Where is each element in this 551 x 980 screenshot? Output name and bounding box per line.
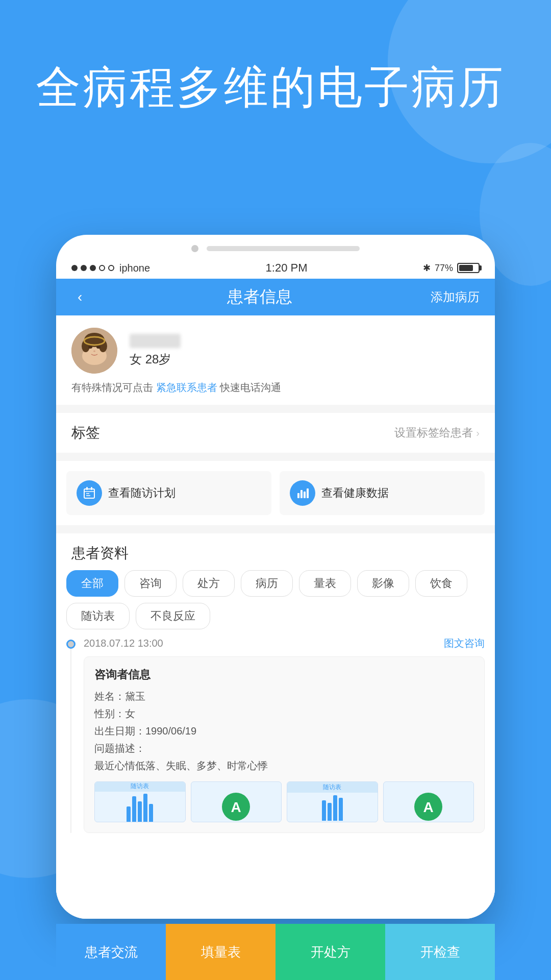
patient-chat-label: 患者交流 (85, 943, 138, 961)
labels-section: 标签 设置标签给患者 › (56, 413, 495, 453)
filter-tab-scale[interactable]: 量表 (299, 570, 351, 597)
chart-thumb-4: A (383, 781, 474, 822)
filter-tab-all[interactable]: 全部 (66, 570, 118, 597)
timeline-type: 图文咨询 (444, 636, 485, 650)
health-data-icon (290, 480, 315, 506)
svg-point-6 (99, 340, 107, 352)
chart-bar-5 (149, 804, 153, 822)
timeline-card-row-gender: 性别：女 (94, 705, 474, 722)
svg-rect-20 (307, 488, 309, 498)
status-bar: iphone 1:20 PM ✱ 77% (56, 257, 495, 279)
chart-bar-7 (328, 803, 332, 821)
timeline-dot (66, 640, 76, 649)
timeline-card-title: 咨询者信息 (94, 667, 474, 682)
contact-link[interactable]: 紧急联系患者 (156, 382, 217, 393)
battery-percent: 77% (435, 263, 453, 274)
quick-actions: 查看随访计划 查看健康数据 (56, 461, 495, 525)
contact-note-suffix: 快速电话沟通 (220, 382, 281, 393)
chart-thumb-3: 随访表 (287, 781, 378, 822)
status-left: iphone (71, 262, 150, 274)
main-title: 全病程多维的电子病历 (36, 61, 505, 113)
chart-thumbnails: 随访表 (94, 781, 474, 822)
filter-tab-consult[interactable]: 咨询 (124, 570, 177, 597)
chart-bar-1 (127, 806, 131, 822)
signal-dot-5 (108, 265, 114, 271)
chart-icon-2: A (222, 793, 250, 821)
filter-tabs: 全部 咨询 处方 病历 量表 影像 饮食 随访表 不良反应 (56, 570, 495, 636)
chart-icon-4: A (414, 793, 442, 821)
filter-tab-record[interactable]: 病历 (241, 570, 293, 597)
health-data-label: 查看健康数据 (321, 485, 389, 501)
filter-tab-adverse[interactable]: 不良反应 (136, 603, 210, 629)
health-data-button[interactable]: 查看健康数据 (280, 471, 485, 515)
timeline-entry: 2018.07.12 13:00 图文咨询 咨询者信息 姓名：黛玉 性别：女 出… (66, 636, 485, 833)
filter-tab-imaging[interactable]: 影像 (357, 570, 409, 597)
timeline-card-row-name: 姓名：黛玉 (94, 688, 474, 705)
timeline-card-row-desc-label: 问题描述： (94, 740, 474, 757)
patient-contact-note: 有特殊情况可点击 紧急联系患者 快速电话沟通 (71, 381, 480, 395)
contact-note-prefix: 有特殊情况可点击 (71, 382, 153, 393)
chart-header-1: 随访表 (95, 781, 185, 792)
avatar (71, 328, 117, 374)
nav-title: 患者信息 (88, 286, 431, 308)
svg-rect-13 (91, 487, 92, 490)
battery-tip (480, 265, 482, 271)
timeline-line (70, 649, 71, 833)
patient-chat-button[interactable]: 患者交流 (56, 924, 166, 980)
avatar-image (71, 328, 117, 374)
timeline-card-row-desc: 最近心情低落、失眠、多梦、时常心悸 (94, 757, 474, 774)
svg-rect-12 (86, 487, 88, 490)
signal-dot-4 (99, 265, 105, 271)
visit-plan-button[interactable]: 查看随访计划 (66, 471, 271, 515)
chart-bar-3 (138, 801, 142, 822)
filter-tab-diet[interactable]: 饮食 (415, 570, 467, 597)
svg-text:A: A (423, 799, 434, 815)
timeline-marker (66, 640, 76, 833)
timeline-date: 2018.07.12 13:00 (84, 638, 163, 649)
chart-bar-9 (339, 798, 343, 821)
timeline-meta: 2018.07.12 13:00 图文咨询 (84, 636, 485, 650)
phone-top-bar (56, 235, 495, 257)
nav-back-button[interactable]: ‹ (71, 287, 88, 307)
bluetooth-icon: ✱ (423, 262, 431, 274)
signal-dot-3 (90, 265, 96, 271)
chart-body-2: A (219, 782, 253, 822)
labels-action-text: 设置标签给患者 (394, 425, 473, 440)
filter-tab-followup[interactable]: 随访表 (66, 603, 130, 629)
chart-header-3: 随访表 (287, 782, 378, 793)
timeline-card-row-dob: 出生日期：1990/06/19 (94, 722, 474, 740)
svg-point-5 (82, 340, 90, 352)
svg-point-10 (93, 351, 95, 352)
fill-scale-label: 填量表 (201, 943, 241, 961)
open-exam-button[interactable]: 开检查 (385, 924, 495, 980)
svg-rect-19 (304, 492, 306, 498)
labels-action-button[interactable]: 设置标签给患者 › (394, 425, 480, 440)
labels-title: 标签 (71, 423, 100, 443)
patient-card: 女 28岁 有特殊情况可点击 紧急联系患者 快速电话沟通 (56, 315, 495, 405)
patient-gender-age: 女 28岁 (130, 351, 181, 368)
chart-thumb-2: A (191, 781, 282, 822)
chart-body-1 (123, 792, 156, 822)
bottom-bar: 患者交流 填量表 开处方 开检查 (56, 924, 495, 980)
signal-dot-1 (71, 265, 78, 271)
chart-bar-2 (132, 796, 136, 822)
status-time: 1:20 PM (266, 261, 308, 275)
phone-notch (207, 246, 360, 251)
patient-data-section: 患者资料 全部 咨询 处方 病历 量表 影像 饮食 随访表 不良反应 (56, 533, 495, 919)
chart-bar-8 (333, 795, 337, 821)
timeline-content: 2018.07.12 13:00 图文咨询 咨询者信息 姓名：黛玉 性别：女 出… (84, 636, 485, 833)
status-right: ✱ 77% (423, 262, 480, 274)
chart-bar-4 (143, 794, 147, 822)
open-exam-label: 开检查 (420, 943, 460, 961)
content-area: 女 28岁 有特殊情况可点击 紧急联系患者 快速电话沟通 标签 设置标签给患者 … (56, 315, 495, 919)
battery-bar (457, 263, 480, 273)
carrier-label: iphone (119, 262, 150, 274)
section-title: 患者资料 (56, 533, 495, 570)
fill-scale-button[interactable]: 填量表 (166, 924, 276, 980)
patient-name-blurred (130, 334, 181, 348)
chart-thumb-1: 随访表 (94, 781, 186, 822)
nav-action-button[interactable]: 添加病历 (431, 289, 480, 305)
filter-tab-prescription[interactable]: 处方 (183, 570, 235, 597)
open-prescription-button[interactable]: 开处方 (276, 924, 385, 980)
visit-plan-icon (77, 480, 102, 506)
